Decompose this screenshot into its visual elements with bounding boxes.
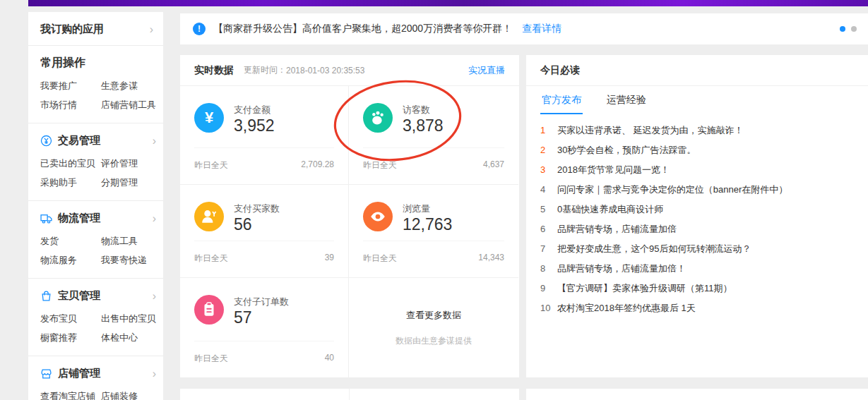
sidebar-item-trade[interactable]: 交易管理 › [40,135,156,147]
sidebar-link-window-recommend[interactable]: 橱窗推荐 [40,328,101,347]
news-item[interactable]: 7 把爱好变成生意，这个95后如何玩转潮流运动？ [540,239,854,259]
metric-label: 支付金额 [234,104,270,116]
yesterday-value: 14,343 [478,253,504,277]
sidebar-link-logistics-tools[interactable]: 物流工具 [101,231,138,250]
sidebar-link-shop-marketing-tools[interactable]: 店铺营销工具 [101,95,156,114]
yesterday-label: 昨日全天 [363,253,397,277]
view-details-link[interactable]: 查看详情 [522,23,561,35]
yesterday-value: 39 [325,253,334,277]
news-item[interactable]: 4 问问专家｜需求与竞争决定你的定位（banner在附件中） [540,180,854,200]
yesterday-label: 昨日全天 [363,159,397,184]
announcement-text: 【商家群升级公告】高价值客户聚集地，超2000万消费者等你开群！ [213,23,512,35]
chevron-right-icon: › [153,213,156,224]
news-item[interactable]: 8 品牌营销专场，店铺流量加倍！ [540,259,854,279]
news-title: 【官方调研】卖家体验升级调研（第11期） [557,279,732,298]
metric-label: 支付子订单数 [234,296,289,308]
sidebar-link-health-check[interactable]: 体检中心 [101,328,138,347]
metric-page-views[interactable]: 浏览量 12,763 昨日全天 14,343 [349,185,518,278]
yesterday-label: 昨日全天 [194,353,228,377]
sidebar-item-logistics[interactable]: 物流管理 › [40,212,156,224]
news-title: 品牌营销专场，店铺流量加倍！ [557,259,686,279]
announcement-bar: ! 【商家群升级公告】高价值客户聚集地，超2000万消费者等你开群！ 查看详情 [180,13,868,44]
news-item[interactable]: 9 【官方调研】卖家体验升级调研（第11期） [540,279,854,298]
sidebar-link-installment-mgmt[interactable]: 分期管理 [101,173,138,192]
metric-value: 12,763 [403,215,452,234]
alert-icon: ! [193,23,206,35]
order-list-icon [194,295,224,325]
chevron-right-icon: › [150,24,153,35]
sidebar-item-item-mgmt[interactable]: 宝贝管理 › [40,290,156,302]
metric-value: 56 [234,215,252,234]
news-item[interactable]: 6 品牌营销专场，店铺流量加倍 [540,219,854,239]
news-title: 农村淘宝2018年签约优惠最后 1天 [557,298,696,318]
sidebar-link-items-on-sale[interactable]: 出售中的宝贝 [101,309,156,328]
yuan-circle-icon [40,135,52,147]
sidebar-link-view-shop[interactable]: 查看淘宝店铺 [40,387,101,400]
news-item[interactable]: 2 30秒学会自检，预防广告法踩雷。 [540,140,854,160]
news-title: 问问专家｜需求与竞争决定你的定位（banner在附件中） [557,180,787,200]
news-item[interactable]: 3 2018年货节常见问题一览！ [540,160,854,180]
panel-title: 今日必读 [540,64,580,77]
update-time-value: 2018-01-03 20:35:53 [286,66,364,75]
yuan-icon: ¥ [194,103,224,133]
eye-icon [363,202,393,231]
metrics-grid: ¥ 支付金额 3,952 昨日全天 2,709.28 访客数 3,878 昨日全… [180,86,519,377]
sidebar-link-ship[interactable]: 发货 [40,231,101,250]
sidebar-section-trade: 交易管理 › 已卖出的宝贝 评价管理 采购助手 分期管理 [28,123,163,201]
sidebar-link-publish-item[interactable]: 发布宝贝 [40,309,101,328]
sidebar-link-market[interactable]: 市场行情 [40,95,101,114]
sidebar-link-review-mgmt[interactable]: 评价管理 [101,154,138,173]
news-rank: 9 [540,279,557,298]
sidebar-item-shop-mgmt[interactable]: 店铺管理 › [40,368,156,380]
news-rank: 5 [540,200,557,219]
news-rank: 4 [540,180,557,200]
metric-label: 浏览量 [403,202,430,215]
carousel-dot[interactable] [851,26,857,32]
metric-paid-sub-orders[interactable]: 支付子订单数 57 昨日全天 40 [180,278,349,377]
news-item[interactable]: 10 农村淘宝2018年签约优惠最后 1天 [540,298,854,318]
sidebar-link-promote[interactable]: 我要推广 [40,76,101,95]
more-data-cell: 查看更多数据 数据由生意参谋提供 [349,278,518,377]
buyer-person-icon [194,202,224,231]
update-time-label: 更新时间： [244,64,286,76]
metric-label: 访客数 [403,104,430,116]
sidebar-link-shop-decorate[interactable]: 店铺装修 [101,387,138,400]
live-broadcast-link[interactable]: 实况直播 [468,64,505,77]
sidebar-link-sold-items[interactable]: 已卖出的宝贝 [40,154,101,173]
view-more-data-link[interactable]: 查看更多数据 [406,309,461,322]
sidebar-section-logistics: 物流管理 › 发货 物流工具 物流服务 我要寄快递 [28,201,163,279]
news-item[interactable]: 1 买家以违背承诺、 延迟发货为由，实施敲诈！ [540,121,854,140]
news-title: 0基础快速养成电商设计师 [557,200,663,219]
sidebar-section-items: 宝贝管理 › 发布宝贝 出售中的宝贝 橱窗推荐 体检中心 [28,279,163,356]
footprint-icon [363,103,393,133]
metric-pay-amount[interactable]: ¥ 支付金额 3,952 昨日全天 2,709.28 [180,86,349,185]
carousel-dot-active[interactable] [840,26,845,32]
storefront-icon [40,368,52,380]
news-title: 把爱好变成生意，这个95后如何玩转潮流运动？ [557,239,751,259]
bottom-right-panel-edge [526,389,868,400]
daily-read-panel: 今日必读 官方发布 运营经验 1 买家以违背承诺、 延迟发货为由，实施敲诈！ 2… [526,55,868,377]
yesterday-value: 4,637 [483,159,504,184]
yesterday-value: 40 [325,353,334,377]
metric-visitors[interactable]: 访客数 3,878 昨日全天 4,637 [349,86,518,185]
daily-read-tabs: 官方发布 运营经验 [526,87,868,114]
metric-paying-buyers[interactable]: 支付买家数 56 昨日全天 39 [180,185,349,278]
sidebar-link-logistics-service[interactable]: 物流服务 [40,250,101,269]
sidebar-link-send-express[interactable]: 我要寄快递 [101,250,147,269]
metric-value: 3,878 [403,116,444,135]
yesterday-label: 昨日全天 [194,253,228,277]
news-list: 1 买家以违背承诺、 延迟发货为由，实施敲诈！ 2 30秒学会自检，预防广告法踩… [526,114,868,318]
news-item[interactable]: 5 0基础快速养成电商设计师 [540,200,854,219]
news-rank: 3 [540,160,557,180]
news-rank: 2 [540,140,557,160]
tab-operation-experience[interactable]: 运营经验 [605,87,648,114]
yesterday-value: 2,709.28 [301,159,334,184]
sidebar-link-sycm[interactable]: 生意参谋 [101,76,138,95]
sidebar-section-shop: 店铺管理 › 查看淘宝店铺 店铺装修 图片空间 手机淘宝店铺 [28,356,163,400]
sidebar-item-my-apps[interactable]: 我订购的应用 › [28,12,163,46]
sidebar-section-common: 常用操作 我要推广 生意参谋 市场行情 店铺营销工具 [28,46,163,123]
section-title: 店铺管理 [58,367,100,380]
sidebar-link-purchase-assistant[interactable]: 采购助手 [40,173,101,192]
tab-official-release[interactable]: 官方发布 [540,87,583,114]
yesterday-label: 昨日全天 [194,159,228,184]
